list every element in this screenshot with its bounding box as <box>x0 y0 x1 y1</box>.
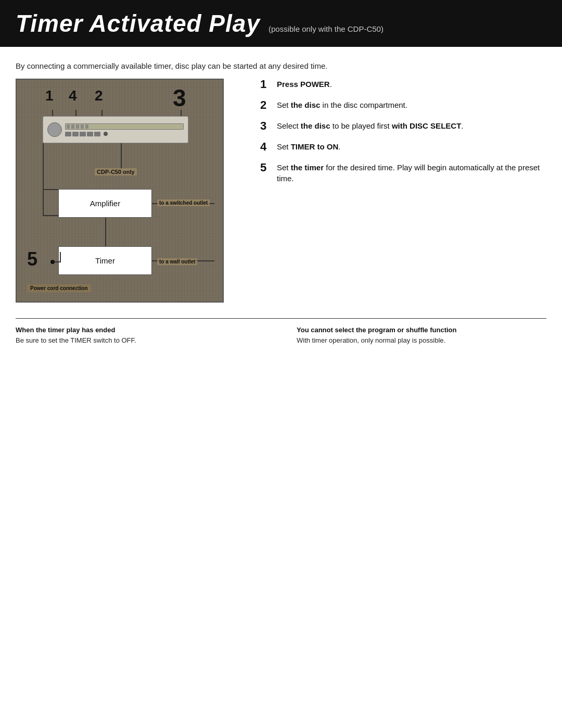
page-title-sub: (possible only with the CDP-C50) <box>269 24 384 33</box>
footer-divider <box>16 318 546 319</box>
page-title-main: Timer Activated Play <box>16 9 260 37</box>
step-1-text: Press POWER. <box>277 79 332 90</box>
diagram-num3: 3 <box>173 84 186 112</box>
footer-left-heading: When the timer play has ended <box>16 326 265 334</box>
outlet-switched-label: to a switched outlet <box>157 199 210 206</box>
step-2-text: Set the disc in the disc compartment. <box>277 99 407 110</box>
diagram-num4: 4 <box>69 87 77 104</box>
footer-left-body: Be sure to set the TIMER switch to OFF. <box>16 336 265 345</box>
step-3: 3 Select the disc to be played first wit… <box>260 120 546 132</box>
step-4-num: 4 <box>260 141 272 153</box>
cdp-device <box>43 116 188 143</box>
cdp-only-label: CDP-C50 only <box>95 168 137 175</box>
page-body: By connecting a commercially available t… <box>0 47 562 361</box>
cdp-buttons <box>65 132 184 136</box>
bullet-5 <box>50 260 55 264</box>
timer-box: Timer <box>58 246 152 275</box>
step-4: 4 Set TIMER to ON. <box>260 141 546 153</box>
cdp-disc-slot <box>47 122 62 137</box>
step-1: 1 Press POWER. <box>260 79 546 90</box>
diagram-column: 1 4 2 3 <box>16 79 239 303</box>
diagram-inner: 1 4 2 3 <box>17 80 223 302</box>
diagram-num1: 1 <box>45 87 54 104</box>
step-5-num: 5 <box>260 162 272 173</box>
footer-cols: When the timer play has ended Be sure to… <box>16 326 546 345</box>
outlet-wall-label: to a wall outlet <box>157 258 197 265</box>
diagram-wrapper: 1 4 2 3 <box>16 79 224 303</box>
amplifier-label: Amplifier <box>90 199 120 208</box>
footer-right: You cannot select the program or shuffle… <box>281 326 546 345</box>
power-connection-label: Power cord connection <box>27 284 91 292</box>
step-4-text: Set TIMER to ON. <box>277 141 341 152</box>
content-area: 1 4 2 3 <box>16 79 546 303</box>
step-2: 2 Set the disc in the disc compartment. <box>260 99 546 111</box>
step-5-text: Set the timer for the desired time. Play… <box>277 162 546 184</box>
step-2-num: 2 <box>260 99 272 111</box>
intro-text: By connecting a commercially available t… <box>16 61 546 70</box>
v-wire-mid <box>105 218 106 246</box>
timer-label: Timer <box>95 256 115 265</box>
page-header: Timer Activated Play (possible only with… <box>0 0 562 47</box>
step-3-num: 3 <box>260 120 272 132</box>
step-3-text: Select the disc to be played first with … <box>277 120 463 131</box>
h-wire-5 <box>55 261 60 262</box>
wire-cdp-down <box>121 143 122 169</box>
footer-right-body: With timer operation, only normal play i… <box>297 336 546 345</box>
step-1-num: 1 <box>260 79 272 90</box>
diagram-num2: 2 <box>95 87 103 104</box>
amplifier-box: Amplifier <box>58 189 152 218</box>
footer-left: When the timer play has ended Be sure to… <box>16 326 281 345</box>
step-5: 5 Set the timer for the desired time. Pl… <box>260 162 546 184</box>
instructions-column: 1 Press POWER. 2 Set the disc in the dis… <box>239 79 546 303</box>
cdp-display <box>65 123 184 130</box>
footer-right-heading: You cannot select the program or shuffle… <box>297 326 546 334</box>
v-wire-left <box>43 143 44 215</box>
diagram-num5: 5 <box>27 248 37 270</box>
v-wire-5 <box>60 252 61 262</box>
